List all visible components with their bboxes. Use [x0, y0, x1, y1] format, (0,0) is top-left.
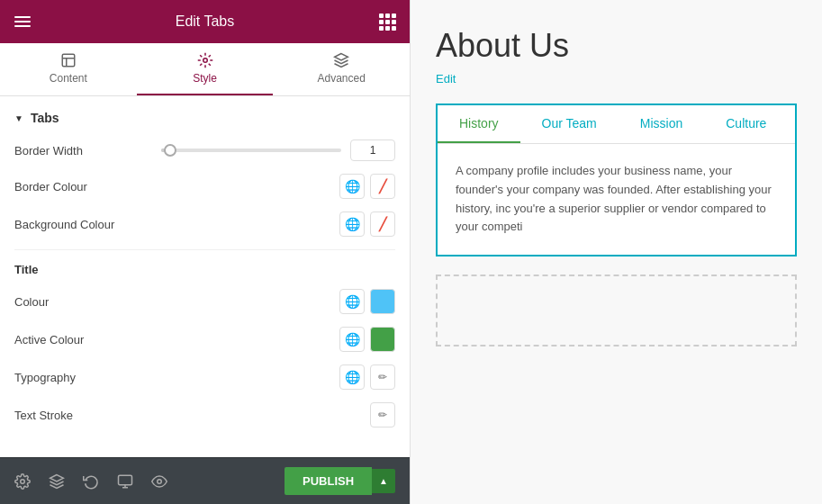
- svg-point-4: [21, 479, 25, 483]
- border-colour-swatch[interactable]: ╱: [370, 174, 395, 199]
- typography-edit[interactable]: ✏: [370, 364, 395, 390]
- background-colour-controls: 🌐 ╱: [339, 212, 395, 237]
- colour-row: Colour 🌐: [14, 289, 395, 314]
- active-colour-globe[interactable]: 🌐: [339, 327, 365, 352]
- text-stroke-row: Text Stroke ✏: [14, 402, 395, 428]
- svg-point-3: [203, 58, 207, 63]
- page-title: About Us: [436, 27, 797, 65]
- svg-rect-0: [62, 54, 75, 67]
- svg-rect-6: [119, 475, 132, 485]
- panel-content: ▼ Tabs Border Width 1 Border Colour 🌐: [0, 96, 410, 457]
- active-colour-swatch[interactable]: [370, 327, 395, 352]
- tab-content[interactable]: Content: [0, 43, 137, 95]
- text-stroke-controls: ✏: [370, 402, 395, 428]
- colour-swatch[interactable]: [370, 289, 395, 314]
- display-icon[interactable]: [117, 473, 133, 490]
- svg-marker-5: [50, 474, 64, 482]
- background-colour-row: Background Colour 🌐 ╱: [14, 212, 395, 237]
- colour-label: Colour: [14, 295, 49, 309]
- border-colour-controls: 🌐 ╱: [339, 174, 395, 199]
- tab-mission[interactable]: Mission: [619, 105, 704, 143]
- border-width-slider[interactable]: [161, 141, 341, 159]
- top-bar: Edit Tabs: [0, 0, 410, 43]
- placeholder-box: [436, 274, 797, 346]
- border-width-input[interactable]: 1: [350, 140, 395, 161]
- border-colour-row: Border Colour 🌐 ╱: [14, 174, 395, 199]
- background-colour-globe[interactable]: 🌐: [339, 212, 365, 237]
- layers-icon[interactable]: [49, 473, 65, 490]
- tab-content-area: A company profile includes your business…: [438, 144, 795, 255]
- text-stroke-label: Text Stroke: [14, 409, 73, 422]
- grid-icon[interactable]: [379, 14, 395, 31]
- svg-point-9: [158, 479, 162, 483]
- tabs-section-label: Tabs: [31, 111, 59, 125]
- tab-content-text: A company profile includes your business…: [456, 164, 772, 233]
- border-width-row: Border Width 1: [14, 140, 395, 161]
- title-section-label: Title: [14, 263, 395, 276]
- typography-globe[interactable]: 🌐: [339, 364, 365, 390]
- tabs-nav: History Our Team Mission Culture: [438, 105, 795, 144]
- publish-area: PUBLISH ▲: [285, 467, 395, 495]
- eye-icon[interactable]: [151, 473, 167, 490]
- publish-button[interactable]: PUBLISH: [285, 467, 372, 495]
- border-width-label: Border Width: [14, 144, 83, 158]
- history-icon[interactable]: [83, 473, 99, 490]
- bottom-icons: [14, 473, 167, 490]
- active-colour-label: Active Colour: [14, 333, 84, 346]
- tab-culture[interactable]: Culture: [704, 105, 788, 143]
- settings-icon[interactable]: [14, 473, 31, 490]
- tab-history[interactable]: History: [438, 105, 520, 143]
- menu-icon[interactable]: [14, 16, 31, 27]
- tabs-widget: History Our Team Mission Culture A compa…: [436, 104, 797, 256]
- background-colour-swatch[interactable]: ╱: [370, 212, 395, 237]
- left-panel: Edit Tabs Content Style Advanced: [0, 0, 411, 504]
- panel-title: Edit Tabs: [176, 14, 235, 30]
- right-panel: About Us Edit History Our Team Mission C…: [411, 0, 822, 504]
- typography-row: Typography 🌐 ✏: [14, 364, 395, 390]
- border-colour-globe[interactable]: 🌐: [339, 174, 365, 199]
- divider-1: [14, 249, 395, 250]
- typography-label: Typography: [14, 371, 76, 384]
- tabs-section-header[interactable]: ▼ Tabs: [14, 111, 395, 125]
- tab-style[interactable]: Style: [137, 43, 274, 95]
- text-stroke-edit[interactable]: ✏: [370, 402, 395, 428]
- border-width-control: 1: [83, 140, 395, 161]
- publish-dropdown-button[interactable]: ▲: [372, 469, 395, 493]
- colour-controls: 🌐: [339, 289, 395, 314]
- border-colour-label: Border Colour: [14, 180, 87, 194]
- tab-our-team[interactable]: Our Team: [520, 105, 619, 143]
- colour-globe[interactable]: 🌐: [339, 289, 365, 314]
- typography-controls: 🌐 ✏: [339, 364, 395, 390]
- background-colour-label: Background Colour: [14, 218, 114, 231]
- section-arrow: ▼: [14, 113, 23, 123]
- edit-link[interactable]: Edit: [436, 72, 797, 86]
- panel-tabs: Content Style Advanced: [0, 43, 410, 96]
- active-colour-controls: 🌐: [339, 327, 395, 352]
- tab-advanced[interactable]: Advanced: [273, 43, 410, 95]
- bottom-bar: PUBLISH ▲: [0, 457, 410, 504]
- active-colour-row: Active Colour 🌐: [14, 327, 395, 352]
